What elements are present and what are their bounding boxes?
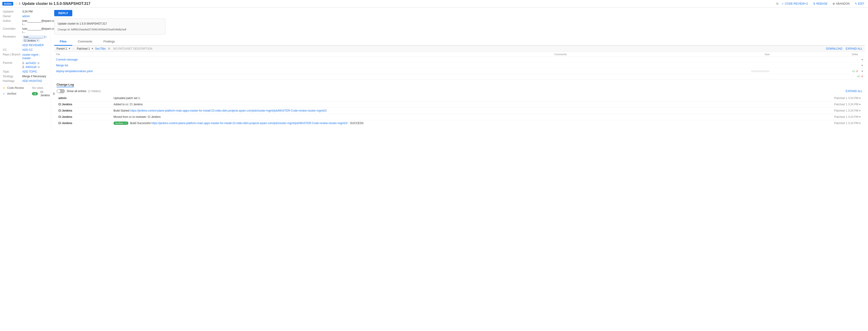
change-log-expand-all[interactable]: EXPAND ALL [846, 89, 863, 93]
log-message: Added to cc: CI Jenkins [112, 101, 783, 107]
check-icon: ✓ [782, 2, 784, 5]
verified-vote-icon: ✓ [3, 92, 5, 95]
file-row-expand[interactable]: ▾ [860, 57, 865, 62]
strategy-label: Strategy [3, 75, 21, 78]
col-expand [860, 52, 865, 57]
tab-comments[interactable]: Comments [72, 38, 98, 46]
add-topic-link[interactable]: ADD TOPIC [22, 70, 37, 73]
owner-label: Owner [3, 15, 21, 18]
repo-link[interactable]: cluster-mgmt [22, 53, 38, 56]
parents-list: 1. aa7e42c ⧉ 2. 64041a9 ⧉ [22, 61, 40, 68]
copy-parent-1-icon[interactable]: ⧉ [37, 62, 39, 64]
file-comments [422, 62, 568, 68]
add-reviewer-link[interactable]: ADD REVIEWER [22, 44, 44, 47]
log-message: Moved from cc to reviewer: CI Jenkins [112, 114, 783, 120]
edit-button[interactable]: ✎ EDIT [854, 1, 866, 6]
copy-title-icon[interactable]: ⧉ [776, 2, 778, 5]
log-actor: CI Jenkins [57, 114, 112, 120]
reply-button[interactable]: REPLY [54, 10, 72, 16]
patchset-arrow: → [72, 47, 75, 50]
hashtags-row: Hashtags ADD HASHTAG [3, 79, 48, 83]
file-comments [422, 57, 568, 62]
edit-icon: ✎ [855, 2, 857, 5]
updated-value: 3:24 PM [22, 10, 33, 13]
files-table: File Comments Size Delta Commit message▾… [54, 52, 865, 74]
patchset-bar: Parent 1 ▾ → Patchset 1 ▾ Sec75bc ⧉ NO P… [54, 46, 865, 52]
code-review-label: CODE-REVIEW+2 [785, 2, 808, 5]
parent-select-icon[interactable]: ▾ [69, 47, 70, 50]
parent-label: Parent 1 [57, 47, 67, 50]
chevron-down-icon[interactable]: ▾ [862, 58, 863, 61]
branch-link[interactable]: master [22, 57, 31, 60]
parent-1-link[interactable]: aa7e42c [26, 61, 36, 65]
total-delta-add: +2 [857, 75, 860, 78]
log-actor: CI Jenkins [57, 120, 112, 126]
reviewer-1-name: ivan__________ [24, 35, 42, 38]
author-label: Author [3, 19, 21, 23]
chevron-down-icon[interactable]: ▾ [862, 64, 863, 67]
show-entries-bar: Show all entries (1 hidden) EXPAND ALL [57, 89, 863, 93]
log-meta: Patchset 1 3:24 PM ▾ [783, 107, 863, 114]
updated-row: Updated 3:24 PM [3, 10, 48, 13]
parent-1: 1. aa7e42c ⧉ [22, 61, 40, 65]
file-row-expand[interactable]: ▾ [860, 62, 865, 68]
show-entries-toggle[interactable] [57, 89, 65, 93]
file-size [568, 68, 771, 74]
code-review-button[interactable]: ✓ CODE-REVIEW+2 [780, 1, 809, 6]
tab-files[interactable]: Files [54, 38, 72, 46]
top-bar: Active ☆ 3 Update cluster to 1.5.0-SNAPS… [0, 0, 868, 8]
toggle-knob [57, 89, 60, 93]
file-link[interactable]: Merge list [56, 64, 68, 67]
verified-vote-row: ✓ Verified +1 CI Jenkins 🗑 [3, 90, 48, 97]
owner-link[interactable]: admin [22, 15, 30, 18]
parents-label: Parents [3, 61, 21, 64]
file-link[interactable]: deploy-templates/values.yaml [56, 70, 93, 73]
log-entry: CI JenkinsAdded to cc: CI JenkinsPatchse… [57, 101, 863, 107]
code-review-vote-label: Code-Review [7, 86, 30, 89]
strategy-value: Merge if Necessary [22, 75, 46, 78]
owner-row: Owner admin [3, 15, 48, 18]
file-size [568, 57, 771, 62]
add-hashtag-link[interactable]: ADD HASHTAG [22, 79, 42, 83]
file-delta [771, 62, 860, 68]
col-size: Size [568, 52, 771, 57]
log-meta: Patchset 1 3:24 PM ▾ [783, 120, 863, 126]
rebase-label: REBASE [816, 2, 828, 5]
patchset-link[interactable]: Sec75bc [95, 47, 106, 50]
log-expand-icon[interactable]: ▾ [859, 109, 861, 112]
delta-totals: +2 -0 [54, 74, 865, 78]
col-delta: Delta [771, 52, 860, 57]
log-expand-icon[interactable]: ▾ [859, 115, 861, 118]
remove-reviewer-2-icon[interactable]: ✕ [37, 39, 39, 42]
rebase-button[interactable]: ⇅ REBASE [812, 1, 829, 6]
remove-reviewer-1-icon[interactable]: ✕ [43, 35, 45, 38]
download-link[interactable]: DOWNLOAD [826, 47, 842, 50]
tab-findings[interactable]: Findings [98, 38, 120, 46]
log-expand-icon[interactable]: ▾ [859, 103, 861, 106]
patchset-select-icon[interactable]: ▾ [92, 47, 93, 50]
log-message: Build Started https://jenkins-control-pl… [112, 107, 783, 114]
expand-all-link[interactable]: EXPAND ALL [846, 47, 863, 50]
log-message-link[interactable]: https://jenkins-control-plane-platform-m… [151, 121, 348, 125]
author-row: Author ivan_________@epam.com i... [3, 19, 48, 26]
abandon-button[interactable]: ⊗ ABANDON [831, 1, 851, 6]
file-row-expand[interactable]: ▾ [860, 68, 865, 74]
topic-label: Topic [3, 70, 21, 73]
add-cc-link[interactable]: ADD CC [22, 48, 33, 52]
file-row: Merge list▾ [54, 62, 865, 68]
parent-2-link[interactable]: 64041a9 [26, 65, 36, 68]
log-message-link[interactable]: https://jenkins-control-plane-platform-m… [130, 109, 327, 112]
change-log-section: Change Log Show all entries (1 hidden) E… [54, 81, 865, 129]
commit-change-id: Change-Id: Ibff88103aa9a02726961993bb925… [58, 28, 162, 31]
log-expand-icon[interactable]: ▾ [859, 121, 861, 125]
star-icon[interactable]: ☆ [15, 2, 18, 5]
file-link[interactable]: Commit message [56, 58, 78, 61]
copy-parent-2-icon[interactable]: ⧉ [38, 66, 40, 68]
log-expand-icon[interactable]: ▾ [859, 96, 861, 100]
add-reviewer-row: ADD REVIEWER [3, 44, 48, 47]
commit-message-box: Update cluster to 1.5.0-SNAPSHOT.317 Cha… [54, 19, 165, 34]
copy-patchset-icon[interactable]: ⧉ [108, 47, 110, 50]
chevron-down-icon[interactable]: ▾ [862, 70, 863, 73]
repo-branch: cluster-mgmt | master [22, 53, 48, 60]
main-content: Updated 3:24 PM Owner admin Author ivan_… [0, 8, 868, 131]
